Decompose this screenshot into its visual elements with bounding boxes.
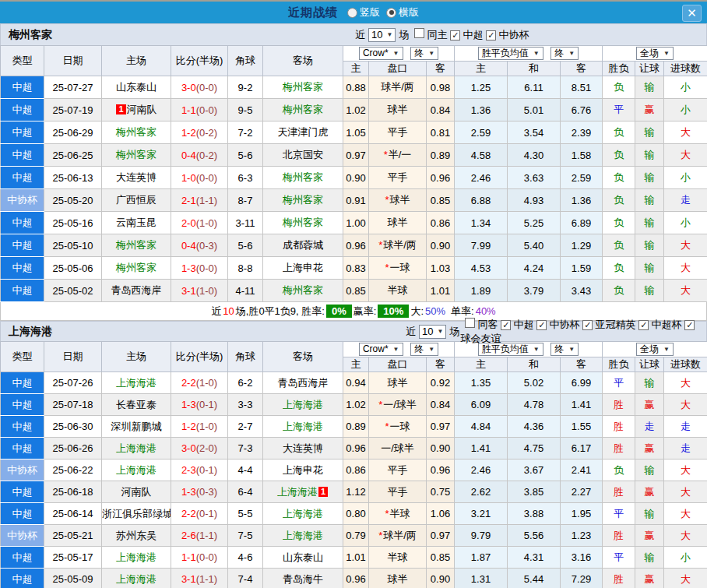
wdl-cell: 负 bbox=[603, 459, 635, 481]
scope-dropdown[interactable]: 全场▼ bbox=[636, 47, 674, 60]
horizontal-layout-label[interactable]: 横版 bbox=[399, 5, 419, 19]
recent-count-value: 10 bbox=[371, 29, 382, 40]
filter-checkbox[interactable]: ✓ bbox=[450, 30, 460, 40]
section-header: 梅州客家 近 10 ▼ 场 同主✓中超✓中协杯 bbox=[0, 23, 707, 45]
avg-home-cell: 1.31 bbox=[455, 569, 508, 588]
handicap-cell: *一/球半 bbox=[369, 394, 427, 416]
away-team-name: 上海海港 bbox=[283, 508, 323, 519]
handicap-cell: 一/球半 bbox=[369, 438, 427, 459]
match-row: 中超25-06-30深圳新鹏城1-2(1-0)2-7上海海港0.89*一球0.9… bbox=[1, 416, 707, 438]
score-cell: 0-4(0-2) bbox=[171, 144, 228, 167]
score-cell: 1-1(0-0) bbox=[171, 99, 228, 121]
away-team-name: 梅州客家 bbox=[283, 171, 323, 183]
filter-checkbox[interactable]: ✓ bbox=[501, 320, 511, 330]
avg-away-cell: 6.99 bbox=[561, 372, 603, 394]
league-type-cell: 中超 bbox=[1, 121, 44, 144]
wdl-avg-dropdown[interactable]: 胜平负均值▼ bbox=[478, 47, 543, 60]
col-corner: 角球 bbox=[228, 342, 263, 372]
away-team-cell: 上海海港 bbox=[263, 503, 343, 525]
filter-checkbox[interactable]: ✓ bbox=[536, 320, 547, 330]
away-odds-cell: 0.96 bbox=[427, 459, 455, 481]
home-team-cell: 山东泰山 bbox=[102, 76, 171, 99]
handicap-result-cell: 赢 bbox=[635, 394, 664, 416]
league-type-cell: 中超 bbox=[1, 569, 44, 588]
fulltime-score: 1-1 bbox=[181, 104, 196, 116]
wdl-cell: 胜 bbox=[603, 481, 635, 503]
home-team-name: 上海海港 bbox=[116, 573, 157, 585]
bookmaker-dropdown[interactable]: Crow*▼ bbox=[359, 343, 403, 356]
league-type-cell: 中超 bbox=[1, 234, 44, 257]
filter-checkbox[interactable]: ✓ bbox=[486, 30, 496, 40]
away-team-cell: 青岛海牛 bbox=[263, 569, 343, 588]
score-cell: 1-3(0-0) bbox=[171, 257, 228, 280]
home-odds-cell: 1.01 bbox=[343, 547, 369, 569]
away-odds-cell: 0.84 bbox=[427, 394, 455, 416]
handicap-cell: 平手 bbox=[369, 121, 427, 144]
chevron-down-icon: ▼ bbox=[393, 50, 399, 57]
home-team-cell: 长春亚泰 bbox=[102, 394, 171, 416]
vertical-layout-radio[interactable] bbox=[347, 8, 357, 18]
goals-cell: 大 bbox=[664, 280, 707, 302]
away-team-cell: 梅州客家 bbox=[263, 167, 343, 189]
score-cell: 3-1(1-0) bbox=[171, 280, 228, 302]
league-type-cell: 中超 bbox=[1, 76, 44, 99]
avg-away-cell: 1.55 bbox=[561, 416, 603, 438]
home-team-cell: 梅州客家 bbox=[102, 121, 171, 144]
corner-cell: 6-4 bbox=[228, 481, 263, 503]
filter-label: 中超 bbox=[463, 29, 483, 40]
avg-draw-cell: 5.56 bbox=[508, 525, 561, 547]
filter-group: 同客✓中超✓中协杯✓亚冠精英✓中超杯✓球会友谊 bbox=[459, 318, 706, 346]
col-avg-draw: 和 bbox=[508, 62, 561, 76]
filter-checkbox[interactable]: ✓ bbox=[638, 320, 649, 330]
fulltime-score: 3-1 bbox=[181, 573, 196, 585]
corner-cell: 7-3 bbox=[228, 438, 263, 459]
handicap-result-cell: 赢 bbox=[635, 569, 664, 588]
filter-checkbox[interactable]: ✓ bbox=[582, 320, 593, 330]
horizontal-layout-radio[interactable] bbox=[386, 8, 396, 18]
vertical-layout-label[interactable]: 竖版 bbox=[360, 5, 380, 19]
filter-checkbox[interactable] bbox=[465, 318, 475, 328]
chevron-down-icon: ▼ bbox=[568, 346, 575, 353]
fulltime-score: 1-3 bbox=[181, 262, 196, 274]
wdl-cell: 负 bbox=[603, 121, 635, 144]
away-team-cell: 大连英博 bbox=[263, 438, 343, 459]
halftime-score: (2-0) bbox=[196, 442, 217, 454]
final-avg-dropdown[interactable]: 终▼ bbox=[550, 47, 579, 60]
away-team-name: 北京国安 bbox=[283, 149, 323, 160]
handicap-result-cell: 输 bbox=[635, 503, 664, 525]
goals-cell: 走 bbox=[664, 438, 707, 459]
wdl-cell: 胜 bbox=[603, 416, 635, 438]
league-type-cell: 中超 bbox=[1, 438, 44, 459]
avg-away-cell: 1.29 bbox=[561, 234, 603, 257]
matches-table: 类型 日期 主场 比分(半场) 角球 客场 Crow*▼ 终▼ 胜平负均值▼ 终… bbox=[0, 45, 707, 302]
recent-count-select[interactable]: 10 ▼ bbox=[419, 325, 446, 339]
close-button[interactable]: ✕ bbox=[682, 5, 702, 22]
filter-checkbox[interactable]: ✓ bbox=[684, 320, 695, 330]
col-score: 比分(半场) bbox=[171, 342, 228, 372]
home-team-name: 梅州客家 bbox=[116, 239, 157, 251]
avg-home-cell: 4.53 bbox=[455, 257, 508, 280]
recent-count-select[interactable]: 10 ▼ bbox=[368, 28, 396, 42]
red-card-badge: 1 bbox=[318, 487, 328, 497]
filter-checkbox[interactable] bbox=[414, 28, 424, 38]
home-team-name: 深圳新鹏城 bbox=[111, 421, 162, 432]
away-team-cell: 北京国安 bbox=[263, 144, 343, 167]
date-cell: 25-06-13 bbox=[44, 167, 102, 189]
home-team-cell: 上海海港 bbox=[102, 569, 171, 588]
halftime-score: (1-1) bbox=[196, 195, 217, 206]
match-row: 中超25-07-191河南队1-1(0-0)9-5梅州客家1.02球半0.841… bbox=[1, 99, 707, 121]
final-odds-dropdown[interactable]: 终▼ bbox=[410, 47, 438, 60]
goals-cell: 大 bbox=[664, 481, 707, 503]
bookmaker-dropdown[interactable]: Crow*▼ bbox=[359, 47, 403, 60]
goals-cell: 大 bbox=[664, 144, 707, 167]
away-odds-cell: 0.92 bbox=[427, 372, 455, 394]
fulltime-score: 2-1 bbox=[181, 195, 196, 206]
halftime-score: (1-1) bbox=[196, 573, 217, 585]
date-cell: 25-06-29 bbox=[44, 121, 102, 144]
avg-home-cell: 1.36 bbox=[455, 99, 508, 121]
fulltime-score: 3-0 bbox=[181, 82, 196, 93]
home-team-name: 上海海港 bbox=[116, 551, 157, 563]
halftime-score: (1-1) bbox=[196, 530, 217, 541]
away-team-cell: 梅州客家 bbox=[263, 99, 343, 121]
home-team-cell: 大连英博 bbox=[102, 167, 171, 189]
